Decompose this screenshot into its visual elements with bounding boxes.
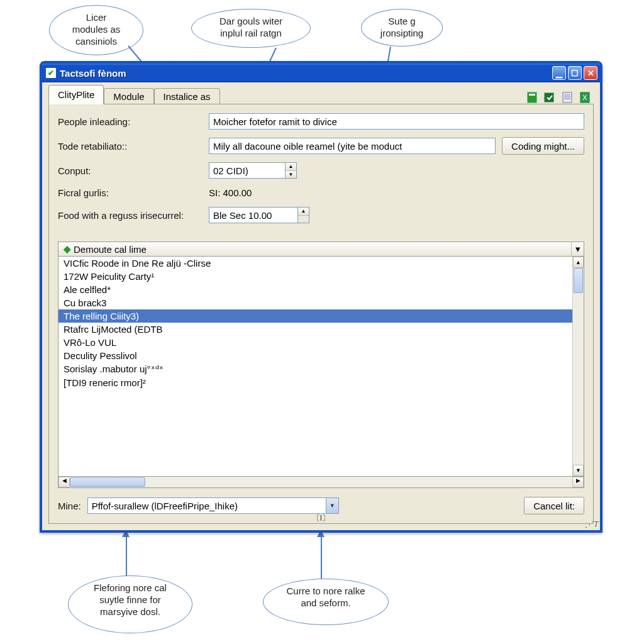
food-spinner[interactable]	[209, 207, 298, 223]
close-button[interactable]: ✕	[584, 66, 597, 80]
scroll-down-icon[interactable]: ▼	[573, 465, 584, 476]
scroll-up-icon[interactable]: ▲	[573, 257, 584, 268]
list-body[interactable]: VICfic Roode in Dne Re aljü -Clirse172W …	[58, 257, 584, 477]
tab-instalice[interactable]: Instalice as	[154, 88, 220, 104]
list-item[interactable]: [TDI9 reneric rmor]²	[58, 376, 584, 389]
callout-bot-right: Curre to nore ralkeand seform.	[263, 579, 389, 625]
cancel-button[interactable]: Cancel lit:	[524, 497, 584, 514]
conput-spinner[interactable]	[209, 162, 286, 179]
svg-text:X: X	[582, 94, 587, 101]
svg-rect-3	[563, 92, 572, 103]
scroll-thumb[interactable]	[70, 477, 145, 487]
list-item[interactable]: Ale celfled*	[58, 283, 584, 296]
label-food: Food with a reguss irisecurrel:	[58, 210, 203, 221]
callout-top-mid: Dar gouls witerinplul rail ratgn	[191, 9, 311, 48]
spinner-buttons[interactable]: ▲▼	[298, 207, 309, 223]
scroll-right-icon[interactable]: ▶	[572, 477, 584, 487]
tab-module[interactable]: Module	[104, 88, 153, 104]
toolbar-icon-1[interactable]	[526, 91, 538, 104]
list-header[interactable]: ◆Demoute cal lime ▾	[58, 242, 584, 257]
tab-clityplite[interactable]: ClityPlite	[48, 85, 104, 104]
list-item[interactable]: Deculity Pesslivol	[58, 349, 584, 362]
ficral-value: SI: 400.00	[209, 186, 496, 199]
tode-input[interactable]	[209, 138, 496, 154]
list-item[interactable]: VRô-Lo VUL	[58, 336, 584, 349]
list-item[interactable]: Rtafrc LijMocted (EDTB	[58, 323, 584, 336]
spin-down-icon[interactable]: ▼	[286, 171, 296, 179]
callout-arrow	[126, 535, 127, 576]
resize-grip-icon[interactable]: ⋰T	[585, 519, 600, 529]
list-item[interactable]: The relling Ciiity3)	[58, 309, 584, 323]
label-people: People inleading:	[58, 116, 203, 127]
spin-up-icon[interactable]: ▲	[286, 163, 296, 171]
minimize-button[interactable]: ▁	[552, 66, 566, 80]
label-ficral: Ficral gurlis:	[58, 187, 203, 198]
svg-rect-2	[545, 93, 553, 102]
list-header-dropdown[interactable]: ▾	[571, 242, 584, 256]
people-input[interactable]	[209, 113, 584, 130]
scroll-thumb[interactable]	[574, 268, 583, 293]
horizontal-scrollbar[interactable]: ◀ ▶	[58, 477, 584, 488]
dialog-window: ✔ Tactsofi fènom ▁ ☐ ✕ ClityPlite Module…	[40, 61, 602, 533]
mine-combo[interactable]	[87, 497, 339, 514]
list-header-icon: ◆	[64, 243, 71, 255]
list-item[interactable]: 172W Peiculity Carty¹	[58, 270, 584, 283]
svg-rect-1	[529, 94, 535, 96]
list-item[interactable]: Cu brack3	[58, 296, 584, 309]
spin-up-icon[interactable]: ▲	[298, 208, 309, 216]
resize-handle-icon[interactable]: 〔l〕	[312, 513, 330, 524]
toolbar-icon-4[interactable]: X	[579, 91, 591, 104]
label-tode: Tode retabiliato::	[58, 141, 203, 152]
callout-top-right: Sute gjronsipting	[361, 9, 443, 47]
coding-might-button[interactable]: Coding might...	[502, 137, 584, 155]
list-item[interactable]: Sorislay .mabutor uj°ˣᵈˣ	[58, 362, 584, 376]
app-icon: ✔	[46, 68, 56, 78]
list-item[interactable]: VICfic Roode in Dne Re aljü -Clirse	[58, 257, 584, 270]
toolbar-icon-2[interactable]	[543, 91, 556, 104]
callout-arrow	[321, 535, 322, 579]
maximize-button[interactable]: ☐	[568, 66, 582, 80]
window-title: Tactsofi fènom	[60, 68, 552, 79]
toolbar-icon-3[interactable]	[561, 91, 574, 104]
titlebar[interactable]: ✔ Tactsofi fènom ▁ ☐ ✕	[42, 64, 600, 82]
tab-row: ClityPlite Module Instalice as X	[48, 86, 594, 104]
vertical-scrollbar[interactable]: ▲ ▼	[572, 257, 584, 476]
chevron-down-icon[interactable]: ▼	[326, 498, 338, 513]
main-panel: People inleading: Tode retabiliato:: Cod…	[48, 104, 594, 524]
scroll-left-icon[interactable]: ◀	[58, 477, 70, 487]
label-mine: Mine:	[58, 501, 81, 511]
spinner-buttons[interactable]: ▲▼	[286, 162, 297, 179]
list-header-label: Demoute cal lime	[74, 244, 147, 255]
callout-bot-left: Fleforing nore calsuytle finne formarsyi…	[68, 575, 192, 633]
list-area: ◆Demoute cal lime ▾ VICfic Roode in Dne …	[58, 242, 584, 488]
label-conput: Conput:	[58, 165, 203, 176]
